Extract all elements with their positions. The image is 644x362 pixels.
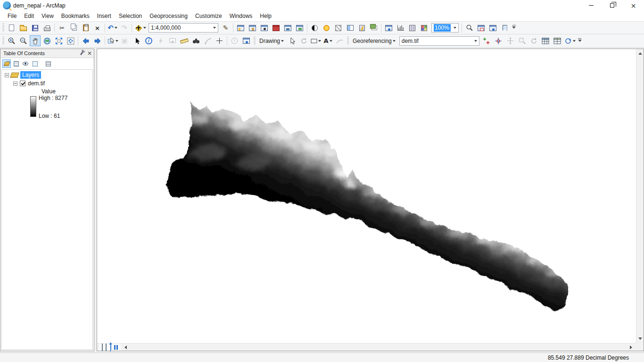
toolbar-options-button[interactable] — [511, 23, 517, 33]
arc-tool-button[interactable] — [334, 35, 345, 46]
add-data-button[interactable] — [134, 23, 147, 33]
histogram-button[interactable] — [395, 23, 406, 33]
menu-windows[interactable]: Windows — [226, 12, 256, 20]
scroll-down-icon[interactable] — [638, 337, 642, 342]
vertical-scrollbar[interactable] — [636, 49, 644, 343]
cut-button[interactable]: ✂ — [57, 23, 67, 33]
map-canvas[interactable] — [97, 49, 636, 343]
toolbar-grip[interactable] — [254, 37, 256, 45]
layout-view-button[interactable] — [106, 344, 107, 351]
find-button[interactable] — [190, 35, 201, 46]
minimize-button[interactable] — [580, 0, 602, 11]
swipe-layer-button[interactable] — [345, 23, 355, 33]
go-to-xy-button[interactable] — [214, 35, 225, 46]
menu-help[interactable]: Help — [256, 12, 275, 20]
undo-button[interactable]: ↶ — [107, 23, 118, 33]
list-by-visibility-button[interactable] — [21, 59, 30, 68]
list-by-source-button[interactable] — [12, 59, 20, 68]
pan-button[interactable] — [30, 35, 41, 46]
toc-options-button[interactable] — [44, 59, 52, 68]
editor-toolbar-button[interactable]: ✎ — [220, 23, 231, 33]
delete-button[interactable]: × — [92, 23, 103, 33]
control-point-table-button[interactable] — [552, 35, 563, 46]
model-builder-button[interactable] — [294, 23, 305, 33]
save-button[interactable] — [30, 23, 41, 33]
arctoolbox-button[interactable] — [271, 23, 281, 33]
menu-view[interactable]: View — [38, 12, 58, 20]
menu-customize[interactable]: Customize — [191, 12, 226, 20]
list-by-selection-button[interactable] — [31, 59, 39, 68]
print-button[interactable] — [41, 23, 52, 33]
flicker-button[interactable] — [356, 23, 367, 33]
georeferencing-layer-combo[interactable]: dem.tif — [399, 36, 479, 46]
scroll-right-icon[interactable] — [630, 346, 634, 349]
scroll-up-icon[interactable] — [638, 50, 642, 55]
text-symbol-dropdown-button[interactable]: A — [322, 35, 333, 46]
menu-bookmarks[interactable]: Bookmarks — [58, 12, 93, 20]
raster-calculator-button[interactable] — [407, 23, 418, 33]
select-elements-button[interactable] — [132, 35, 142, 46]
horizontal-scrollbar[interactable] — [121, 344, 636, 351]
scroll-left-icon[interactable] — [123, 346, 127, 349]
transparency-button[interactable] — [333, 23, 344, 33]
rotate-element-button[interactable] — [298, 35, 309, 46]
brightness-button[interactable] — [321, 23, 332, 33]
fixed-zoom-out-button[interactable] — [65, 35, 76, 46]
bookmarks-button[interactable] — [499, 23, 510, 33]
shift-raster-button[interactable] — [505, 35, 516, 46]
combo-dropdown[interactable] — [210, 24, 218, 32]
viewer-window-button[interactable] — [487, 23, 498, 33]
toolbar-grip[interactable] — [347, 37, 349, 45]
paste-button[interactable] — [80, 23, 91, 33]
auto-registration-button[interactable] — [493, 35, 504, 46]
classification-button[interactable] — [419, 23, 429, 33]
search-window-button[interactable] — [259, 23, 270, 33]
dem-layer-node[interactable]: dem.tif — [2, 79, 92, 88]
catalog-window-button[interactable] — [247, 23, 258, 33]
copy-button[interactable] — [68, 23, 79, 33]
combo-dropdown[interactable] — [471, 37, 479, 45]
close-button[interactable]: × — [623, 0, 644, 11]
create-viewer-window-button[interactable] — [241, 35, 252, 46]
toolbar-grip[interactable] — [2, 37, 4, 45]
shape-dropdown-button[interactable] — [310, 35, 322, 46]
identify-button[interactable]: i — [143, 35, 154, 46]
zoom-percent-combo[interactable]: 100% — [431, 23, 459, 33]
layer-visibility-checkbox[interactable] — [20, 81, 25, 86]
menu-insert[interactable]: Insert — [93, 12, 115, 20]
hyperlink-button[interactable] — [155, 35, 166, 46]
collapse-icon[interactable] — [13, 82, 17, 86]
zoom-in-button[interactable] — [6, 35, 17, 46]
layer-name-label[interactable]: dem.tif — [28, 80, 45, 87]
pin-icon[interactable] — [80, 51, 83, 55]
view-link-table-button[interactable] — [540, 35, 551, 46]
table-of-contents-window-button[interactable] — [235, 23, 246, 33]
clear-selection-button[interactable] — [120, 35, 131, 46]
find-route-button[interactable] — [202, 35, 213, 46]
scale-raster-button[interactable] — [517, 35, 528, 46]
fixed-zoom-in-button[interactable] — [53, 35, 64, 46]
back-extent-button[interactable] — [80, 35, 91, 46]
toolbar-options-button[interactable] — [577, 36, 583, 46]
magnifier-window-button[interactable] — [464, 23, 475, 33]
python-window-button[interactable] — [282, 23, 293, 33]
measure-button[interactable] — [179, 35, 190, 46]
html-popup-button[interactable] — [167, 35, 178, 46]
layers-node[interactable]: Layers — [2, 71, 92, 79]
refresh-view-button[interactable] — [109, 344, 111, 351]
layers-label[interactable]: Layers — [20, 71, 41, 79]
drawing-menu-button[interactable]: Drawing — [257, 36, 286, 46]
open-button[interactable] — [18, 23, 29, 33]
forward-extent-button[interactable] — [92, 35, 103, 46]
rotate-raster-button[interactable] — [528, 35, 539, 46]
collapse-icon[interactable] — [5, 73, 9, 77]
contrast-button[interactable] — [309, 23, 320, 33]
select-features-button[interactable] — [107, 35, 119, 46]
menu-geoprocessing[interactable]: Geoprocessing — [146, 12, 191, 20]
menu-selection[interactable]: Selection — [115, 12, 146, 20]
georeferencing-menu-button[interactable]: Georeferencing — [350, 36, 398, 46]
georef-rotate-dropdown-button[interactable] — [564, 35, 576, 46]
drawing-select-button[interactable] — [287, 35, 297, 46]
add-control-points-button[interactable] — [481, 35, 492, 46]
map-scale-combo[interactable]: 1:4,000,000 — [149, 23, 218, 33]
